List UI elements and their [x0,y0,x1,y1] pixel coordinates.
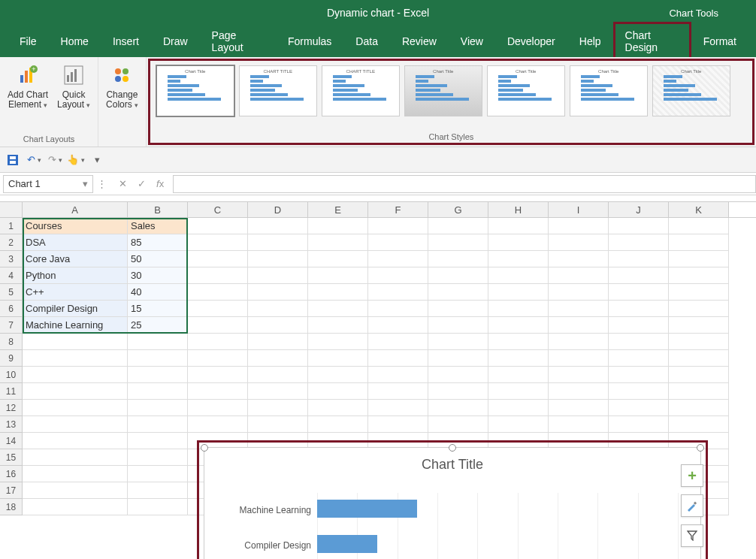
cell-empty[interactable] [549,234,609,251]
cell-empty[interactable] [248,350,308,367]
cell-A9[interactable] [23,350,128,367]
cell-empty[interactable] [188,416,248,433]
cell-empty[interactable] [368,301,428,317]
cell-B4[interactable]: 30 [128,267,188,284]
cell-empty[interactable] [308,400,368,416]
chart-plot-area[interactable]: Machine LearningCompiler DesignC++Python… [234,493,678,559]
cell-empty[interactable] [188,367,248,383]
cell-empty[interactable] [248,416,308,433]
chart-styles-button[interactable] [681,494,703,517]
chart-style-4[interactable]: Chart Title [404,65,482,116]
cell-empty[interactable] [609,234,669,251]
cell-empty[interactable] [609,400,669,416]
name-box[interactable]: Chart 1 ▾ [3,175,93,193]
cell-empty[interactable] [428,218,488,234]
cell-A5[interactable]: C++ [23,284,128,301]
cell-empty[interactable] [549,400,609,416]
cell-empty[interactable] [669,350,729,367]
cell-empty[interactable] [549,334,609,350]
undo-button[interactable]: ↶ [27,153,41,167]
col-header-C[interactable]: C [188,202,248,217]
cell-empty[interactable] [308,317,368,334]
cell-empty[interactable] [368,267,428,284]
cell-empty[interactable] [428,301,488,317]
cell-empty[interactable] [549,267,609,284]
cell-empty[interactable] [188,284,248,301]
cell-A13[interactable] [23,416,128,433]
cell-empty[interactable] [248,301,308,317]
cell-empty[interactable] [609,301,669,317]
col-header-H[interactable]: H [488,202,549,217]
cell-empty[interactable] [368,218,428,234]
row-header-4[interactable]: 4 [0,267,23,284]
row-header-10[interactable]: 10 [0,367,23,383]
cell-empty[interactable] [188,383,248,400]
qat-customize-button[interactable]: ▾ [90,153,104,167]
cell-empty[interactable] [428,416,488,433]
cell-empty[interactable] [609,350,669,367]
cell-empty[interactable] [488,334,549,350]
touch-mode-button[interactable]: 👆 [69,153,83,167]
cell-A8[interactable] [23,334,128,350]
cell-empty[interactable] [308,416,368,433]
cell-B7[interactable]: 25 [128,317,188,334]
cell-empty[interactable] [248,334,308,350]
cell-B15[interactable] [128,449,188,466]
cell-empty[interactable] [669,317,729,334]
row-header-7[interactable]: 7 [0,317,23,334]
cell-empty[interactable] [488,317,549,334]
cell-empty[interactable] [308,367,368,383]
cell-empty[interactable] [248,267,308,284]
row-header-1[interactable]: 1 [0,218,23,234]
cell-B3[interactable]: 50 [128,251,188,267]
cell-empty[interactable] [669,416,729,433]
cell-empty[interactable] [609,267,669,284]
col-header-E[interactable]: E [308,202,368,217]
cell-empty[interactable] [669,284,729,301]
cell-empty[interactable] [609,284,669,301]
col-header-A[interactable]: A [23,202,128,217]
cell-A6[interactable]: Compiler Design [23,301,128,317]
cell-empty[interactable] [248,284,308,301]
cell-empty[interactable] [669,367,729,383]
cell-empty[interactable] [488,234,549,251]
row-header-16[interactable]: 16 [0,466,23,482]
chart-bar[interactable] [317,535,377,553]
col-header-J[interactable]: J [609,202,669,217]
cell-B2[interactable]: 85 [128,234,188,251]
cell-B13[interactable] [128,416,188,433]
expand-formula-icon[interactable]: ⋮ [93,178,110,189]
menu-review[interactable]: Review [390,28,449,55]
cell-empty[interactable] [549,218,609,234]
cell-empty[interactable] [669,251,729,267]
cell-empty[interactable] [188,234,248,251]
cell-empty[interactable] [428,350,488,367]
cell-B12[interactable] [128,400,188,416]
cell-B11[interactable] [128,383,188,400]
cell-empty[interactable] [669,383,729,400]
menu-formulas[interactable]: Formulas [276,28,343,55]
cell-A1[interactable]: Courses [23,218,128,234]
cell-empty[interactable] [549,317,609,334]
cell-empty[interactable] [368,383,428,400]
row-header-12[interactable]: 12 [0,400,23,416]
cell-empty[interactable] [669,234,729,251]
cell-empty[interactable] [368,284,428,301]
row-header-18[interactable]: 18 [0,499,23,515]
cell-A17[interactable] [23,482,128,499]
fx-icon[interactable]: fx [156,178,164,189]
col-header-K[interactable]: K [669,202,729,217]
cell-B18[interactable] [128,499,188,515]
chart-style-3[interactable]: CHART TITLE [322,65,400,116]
cell-empty[interactable] [188,301,248,317]
cell-empty[interactable] [308,234,368,251]
cell-empty[interactable] [669,301,729,317]
resize-handle-n[interactable] [449,444,456,452]
row-header-17[interactable]: 17 [0,482,23,499]
cell-A7[interactable]: Machine Learning [23,317,128,334]
cell-empty[interactable] [549,301,609,317]
cell-B5[interactable]: 40 [128,284,188,301]
cell-empty[interactable] [669,218,729,234]
row-header-13[interactable]: 13 [0,416,23,433]
cell-empty[interactable] [488,350,549,367]
